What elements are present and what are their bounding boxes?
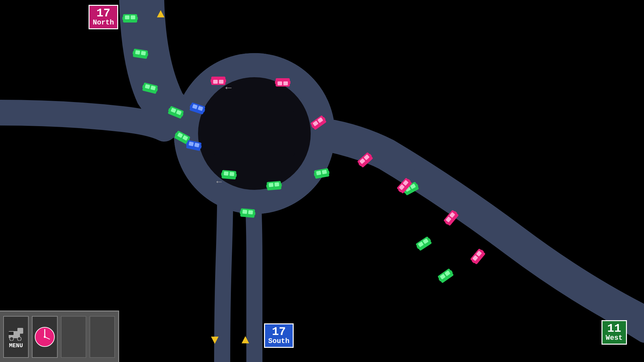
svg-rect-34 <box>234 174 237 177</box>
menu-label: MENU <box>9 342 23 349</box>
svg-rect-67 <box>213 80 218 84</box>
arrow-down-south: ▼ <box>211 333 219 348</box>
svg-rect-100 <box>189 102 205 115</box>
svg-rect-72 <box>278 81 282 85</box>
ui-slot-2 <box>90 316 115 358</box>
svg-rect-12 <box>141 51 146 55</box>
svg-rect-31 <box>224 172 229 176</box>
svg-rect-9 <box>136 17 138 20</box>
svg-rect-47 <box>248 210 253 214</box>
svg-rect-10 <box>133 49 148 59</box>
svg-point-112 <box>10 337 14 341</box>
svg-rect-73 <box>289 81 290 84</box>
clock-icon <box>33 326 56 348</box>
arrow-up-south: ▲ <box>242 333 249 348</box>
sign-17-south: 17 South <box>264 323 265 330</box>
arrow-up-north: ▲ <box>157 7 165 22</box>
svg-rect-45 <box>240 208 255 218</box>
sign-11-west: 11 West <box>601 320 603 327</box>
sign-17-north: 17 North <box>89 5 90 11</box>
svg-rect-114 <box>9 332 14 335</box>
svg-point-113 <box>17 337 21 341</box>
svg-rect-48 <box>240 211 242 214</box>
truck-icon <box>7 325 25 341</box>
svg-rect-30 <box>222 170 236 180</box>
svg-rect-11 <box>135 50 140 55</box>
svg-rect-46 <box>242 210 247 214</box>
car-green-7 <box>265 179 283 192</box>
svg-rect-39 <box>279 183 282 187</box>
menu-button[interactable]: MENU <box>3 316 29 358</box>
svg-rect-105 <box>186 140 202 151</box>
car-pink-1 <box>210 75 227 87</box>
car-green-9 <box>239 206 256 220</box>
ui-slot-1 <box>61 316 86 358</box>
svg-rect-111 <box>17 328 23 334</box>
svg-rect-40 <box>314 168 329 179</box>
car-pink-2 <box>274 76 291 88</box>
clock-button[interactable] <box>32 316 57 358</box>
svg-rect-35 <box>267 181 281 190</box>
car-green-1 <box>122 12 138 24</box>
car-green-6 <box>220 168 238 181</box>
svg-rect-69 <box>211 79 213 82</box>
svg-rect-32 <box>230 172 234 176</box>
svg-rect-15 <box>142 82 158 94</box>
svg-rect-42 <box>322 170 327 174</box>
svg-rect-41 <box>316 171 321 175</box>
svg-rect-33 <box>221 172 223 176</box>
svg-rect-71 <box>283 81 288 85</box>
svg-point-4 <box>209 88 299 179</box>
car-green-2 <box>131 47 150 61</box>
svg-rect-6 <box>125 15 129 19</box>
svg-rect-8 <box>122 17 124 20</box>
svg-rect-68 <box>224 79 226 82</box>
svg-rect-38 <box>266 185 269 188</box>
svg-rect-66 <box>219 80 223 84</box>
ui-bar: MENU <box>0 311 119 362</box>
svg-rect-7 <box>131 15 135 19</box>
svg-rect-36 <box>269 183 273 187</box>
svg-rect-49 <box>253 212 255 215</box>
svg-rect-74 <box>275 81 277 84</box>
svg-rect-37 <box>274 182 279 187</box>
